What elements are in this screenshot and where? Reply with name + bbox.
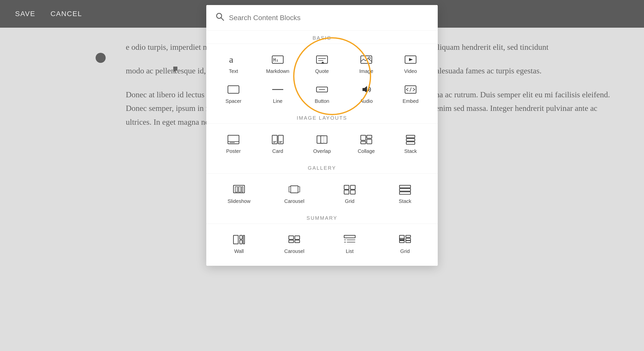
wall-label: Wall bbox=[234, 248, 244, 254]
svg-rect-56 bbox=[243, 235, 245, 244]
card-icon bbox=[270, 133, 285, 146]
svg-rect-66 bbox=[399, 235, 404, 239]
stack-il-icon bbox=[403, 133, 418, 146]
basic-divider bbox=[206, 43, 438, 44]
image-layouts-section-header: IMAGE LAYOUTS bbox=[206, 111, 438, 123]
collage-label: Collage bbox=[358, 148, 375, 154]
svg-rect-44 bbox=[289, 187, 291, 192]
carousel-summary-icon bbox=[287, 233, 302, 246]
svg-marker-17 bbox=[363, 86, 367, 93]
svg-rect-70 bbox=[406, 238, 411, 240]
svg-rect-55 bbox=[240, 240, 242, 244]
block-audio[interactable]: Audio bbox=[344, 78, 388, 108]
svg-rect-45 bbox=[298, 187, 300, 192]
stack-gallery-label: Stack bbox=[399, 198, 411, 204]
button-label: Button bbox=[315, 98, 329, 104]
image-layouts-grid: Poster Card bbox=[206, 126, 438, 161]
text-icon: a bbox=[226, 53, 241, 66]
gallery-divider bbox=[206, 173, 438, 174]
svg-rect-49 bbox=[350, 190, 355, 194]
block-collage[interactable]: Collage bbox=[344, 128, 388, 158]
block-grid-summary[interactable]: Grid bbox=[377, 228, 433, 258]
block-stack-il[interactable]: Stack bbox=[388, 128, 433, 158]
svg-rect-50 bbox=[399, 185, 411, 188]
svg-rect-35 bbox=[361, 141, 366, 144]
carousel-summary-label: Carousel bbox=[284, 248, 304, 254]
block-grid-gallery[interactable]: Grid bbox=[322, 178, 377, 208]
search-input[interactable] bbox=[229, 14, 429, 22]
block-slideshow[interactable]: Slideshow bbox=[211, 178, 267, 208]
block-image[interactable]: Image bbox=[344, 48, 388, 78]
gallery-section-header: GALLERY bbox=[206, 161, 438, 173]
block-carousel-summary[interactable]: Carousel bbox=[267, 228, 322, 258]
block-embed[interactable]: Embed bbox=[388, 78, 433, 108]
block-text[interactable]: a Text bbox=[211, 48, 256, 78]
embed-icon bbox=[403, 83, 418, 96]
block-card[interactable]: Card bbox=[256, 128, 300, 158]
block-video[interactable]: Video bbox=[388, 48, 433, 78]
text-label: Text bbox=[229, 68, 238, 74]
image-layouts-divider bbox=[206, 123, 438, 124]
embed-label: Embed bbox=[403, 98, 418, 104]
quote-label: Quote bbox=[315, 68, 329, 74]
slideshow-label: Slideshow bbox=[227, 198, 250, 204]
button-icon bbox=[314, 83, 330, 96]
video-label: Video bbox=[404, 68, 417, 74]
block-carousel-gallery[interactable]: Carousel bbox=[267, 178, 322, 208]
stack-gallery-icon bbox=[397, 183, 413, 196]
line-label: Line bbox=[273, 98, 283, 104]
grid-summary-label: Grid bbox=[400, 248, 410, 254]
svg-rect-43 bbox=[291, 186, 298, 193]
svg-marker-8 bbox=[321, 62, 324, 63]
svg-rect-58 bbox=[289, 240, 294, 243]
grid-gallery-icon bbox=[342, 183, 357, 196]
poster-icon bbox=[226, 133, 241, 146]
content-blocks-modal: BASIC a Text M↓ Markdown bbox=[206, 5, 438, 266]
svg-rect-54 bbox=[240, 235, 242, 239]
image-icon bbox=[359, 53, 374, 66]
svg-rect-38 bbox=[406, 142, 415, 144]
block-wall[interactable]: Wall bbox=[211, 228, 267, 258]
image-label: Image bbox=[359, 68, 373, 74]
svg-rect-13 bbox=[228, 86, 239, 93]
svg-rect-59 bbox=[295, 236, 300, 239]
svg-text:a: a bbox=[229, 55, 233, 65]
svg-rect-57 bbox=[289, 236, 294, 239]
svg-marker-12 bbox=[409, 58, 413, 61]
gallery-blocks-grid: Slideshow Carousel bbox=[206, 176, 438, 211]
spacer-label: Spacer bbox=[225, 98, 241, 104]
block-list[interactable]: List bbox=[322, 228, 377, 258]
block-overlap[interactable]: Overlap bbox=[300, 128, 344, 158]
svg-rect-41 bbox=[238, 187, 241, 192]
svg-rect-9 bbox=[361, 56, 372, 63]
svg-rect-34 bbox=[367, 139, 372, 144]
block-poster[interactable]: Poster bbox=[211, 128, 256, 158]
poster-label: Poster bbox=[226, 148, 241, 154]
svg-rect-53 bbox=[233, 235, 238, 244]
grid-gallery-label: Grid bbox=[345, 198, 354, 204]
svg-rect-69 bbox=[406, 241, 411, 243]
line-icon bbox=[270, 83, 285, 96]
carousel-gallery-icon bbox=[287, 183, 302, 196]
svg-rect-47 bbox=[350, 185, 355, 189]
video-icon bbox=[403, 53, 418, 66]
carousel-gallery-label: Carousel bbox=[284, 198, 304, 204]
block-line[interactable]: Line bbox=[256, 78, 300, 108]
svg-rect-46 bbox=[344, 185, 349, 189]
svg-rect-37 bbox=[406, 139, 415, 141]
block-stack-gallery[interactable]: Stack bbox=[377, 178, 433, 208]
svg-rect-42 bbox=[242, 187, 243, 192]
list-icon bbox=[342, 233, 357, 246]
basic-section-header: BASIC bbox=[206, 31, 438, 43]
list-label: List bbox=[346, 248, 353, 254]
svg-rect-5 bbox=[316, 56, 328, 63]
block-quote[interactable]: Quote bbox=[300, 48, 344, 78]
audio-icon bbox=[359, 83, 374, 96]
block-spacer[interactable]: Spacer bbox=[211, 78, 256, 108]
stack-il-label: Stack bbox=[404, 148, 417, 154]
block-markdown[interactable]: M↓ Markdown bbox=[256, 48, 300, 78]
svg-rect-48 bbox=[344, 190, 349, 194]
search-bar bbox=[206, 5, 438, 31]
summary-divider bbox=[206, 224, 438, 224]
block-button[interactable]: Button bbox=[300, 78, 344, 108]
